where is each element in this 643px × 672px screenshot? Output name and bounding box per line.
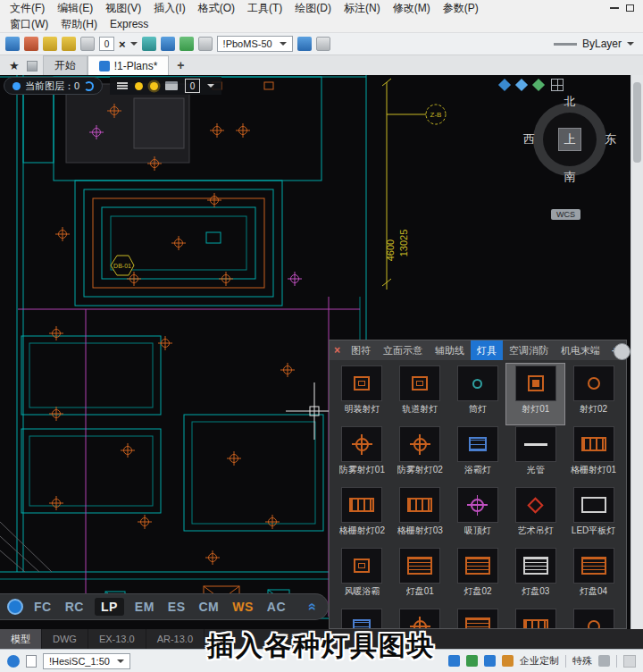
- linetype-icon[interactable]: [142, 37, 156, 51]
- freeze-icon[interactable]: [198, 37, 213, 51]
- compass-top-face[interactable]: 上: [558, 128, 581, 151]
- style-manager-icon[interactable]: [297, 37, 312, 51]
- scrollbar-thumb[interactable]: [633, 82, 641, 163]
- layer-walk-icon[interactable]: [515, 79, 528, 91]
- close-icon[interactable]: ×: [330, 344, 345, 357]
- menu-view[interactable]: 视图(V): [99, 1, 147, 16]
- palette-item[interactable]: 吸顶灯: [449, 485, 507, 546]
- palette-item[interactable]: 射灯02: [564, 364, 622, 424]
- refresh-icon[interactable]: [84, 81, 94, 91]
- lock-icon[interactable]: [161, 37, 175, 51]
- chevron-down-icon: [627, 42, 634, 46]
- grid-icon[interactable]: [551, 79, 564, 91]
- chevron-up-icon[interactable]: «: [305, 603, 322, 611]
- menu-dimension[interactable]: 标注(N): [338, 1, 387, 16]
- palette-item-partial[interactable]: [564, 607, 622, 628]
- annotation-icon[interactable]: [316, 37, 330, 51]
- bulb-icon[interactable]: [135, 82, 143, 90]
- menu-draw[interactable]: 绘图(D): [288, 1, 338, 16]
- compass-south[interactable]: 南: [564, 169, 576, 185]
- layer-manager-icon[interactable]: [80, 37, 95, 51]
- quickbar-button-lp[interactable]: LP: [95, 598, 124, 616]
- quickbar-button-em[interactable]: EM: [132, 598, 157, 616]
- palette-collapse-knob[interactable]: [614, 343, 630, 360]
- menu-icon[interactable]: [117, 82, 128, 89]
- erase-icon[interactable]: ×: [119, 38, 126, 50]
- palette-tab-lighting[interactable]: 灯具: [471, 340, 503, 360]
- minimize-icon[interactable]: [610, 7, 619, 9]
- plot-icon[interactable]: [5, 37, 20, 51]
- palette-tab-symbols[interactable]: 图符: [345, 340, 377, 360]
- palette-item-partial[interactable]: [506, 607, 564, 628]
- palette-item[interactable]: 格栅射灯02: [333, 485, 391, 546]
- layer-on-icon[interactable]: [532, 79, 545, 91]
- quickbar-button-fc[interactable]: FC: [31, 598, 54, 616]
- compass-north[interactable]: 北: [564, 94, 576, 110]
- layer-name-box[interactable]: 0: [185, 79, 200, 93]
- palette-item[interactable]: 防雾射灯02: [391, 424, 449, 485]
- compass-east[interactable]: 东: [605, 131, 616, 147]
- palette-item[interactable]: 明装射灯: [333, 364, 391, 424]
- layer-zero-box[interactable]: 0: [99, 37, 114, 51]
- text-style-select[interactable]: !PboMS-50: [217, 36, 293, 52]
- menu-format[interactable]: 格式(O): [192, 1, 241, 16]
- palette-item-partial[interactable]: [449, 607, 507, 628]
- palette-item[interactable]: 防雾射灯01: [333, 424, 391, 485]
- menu-parametric[interactable]: 参数(P): [437, 1, 485, 16]
- palette-item[interactable]: 格栅射灯03: [391, 485, 449, 546]
- isolate-layer-icon[interactable]: [498, 79, 511, 91]
- tab-drawing-plans[interactable]: !1-Plans*: [88, 55, 170, 75]
- palette-item[interactable]: 灯盘01: [391, 546, 449, 607]
- palette-item[interactable]: 灯盘03: [506, 546, 564, 607]
- menu-edit[interactable]: 编辑(E): [51, 1, 99, 16]
- pin-icon[interactable]: [27, 61, 38, 71]
- tab-start[interactable]: 开始: [43, 55, 88, 75]
- palette-item[interactable]: 灯盘04: [564, 546, 622, 607]
- palette-tab-guides[interactable]: 辅助线: [429, 340, 471, 360]
- plugin-logo-icon[interactable]: [7, 599, 23, 615]
- palette-item[interactable]: 轨道射灯: [391, 364, 449, 424]
- palette-tab-mep[interactable]: 机电末端: [555, 340, 606, 360]
- sun-icon[interactable]: [150, 82, 158, 90]
- palette-item[interactable]: 浴霸灯: [449, 424, 507, 485]
- color-control[interactable]: ByLayer: [554, 38, 638, 50]
- layer-states-icon[interactable]: [62, 37, 76, 51]
- menu-window[interactable]: 窗口(W): [4, 17, 54, 32]
- menu-insert[interactable]: 插入(I): [147, 1, 191, 16]
- redo-icon[interactable]: [24, 37, 38, 51]
- current-layer-pill[interactable]: 当前图层：0: [4, 77, 103, 95]
- menu-help[interactable]: 帮助(H): [54, 17, 104, 32]
- menu-tools[interactable]: 工具(T): [241, 1, 288, 16]
- quickbar-button-es[interactable]: ES: [165, 598, 188, 616]
- quickbar-button-ac[interactable]: AC: [264, 598, 288, 616]
- chevron-down-icon[interactable]: [207, 84, 214, 88]
- palette-item-partial[interactable]: [391, 607, 449, 628]
- palette-tab-elevation[interactable]: 立面示意: [377, 340, 429, 360]
- quickbar-button-rc[interactable]: RC: [63, 598, 87, 616]
- palette-item[interactable]: 筒灯: [449, 364, 507, 424]
- palette-item-partial[interactable]: [333, 607, 391, 628]
- palette-item[interactable]: LED平板灯: [564, 485, 622, 546]
- palette-item[interactable]: 灯盘02: [449, 546, 507, 607]
- printer-icon[interactable]: [165, 81, 178, 90]
- palette-tab-hvac[interactable]: 空调消防: [503, 340, 555, 360]
- favorites-star-icon[interactable]: ★: [4, 59, 27, 75]
- unlock-icon[interactable]: [180, 37, 194, 51]
- dropdown-caret-icon[interactable]: [130, 42, 138, 46]
- vertical-scrollbar[interactable]: [630, 75, 643, 629]
- menu-modify[interactable]: 修改(M): [387, 1, 437, 16]
- palette-item[interactable]: 风暖浴霸: [333, 546, 391, 607]
- quickbar-button-ws[interactable]: WS: [230, 598, 256, 616]
- palette-item[interactable]: 格栅射灯01: [564, 424, 622, 485]
- match-properties-icon[interactable]: [43, 37, 57, 51]
- menu-file[interactable]: 文件(F): [4, 1, 51, 16]
- maximize-icon[interactable]: [626, 4, 634, 12]
- palette-item-selected[interactable]: 射灯01: [506, 364, 564, 424]
- quickbar-button-cm[interactable]: CM: [196, 598, 221, 616]
- compass-west[interactable]: 西: [523, 131, 535, 147]
- drawing-canvas[interactable]: 4600 13025 Z-B DB-01 当前图层：0 0: [0, 75, 630, 629]
- new-tab-button[interactable]: +: [169, 58, 192, 75]
- palette-item[interactable]: 艺术吊灯: [506, 485, 564, 546]
- palette-item[interactable]: 光管: [506, 424, 564, 485]
- menu-express[interactable]: Express: [104, 18, 154, 30]
